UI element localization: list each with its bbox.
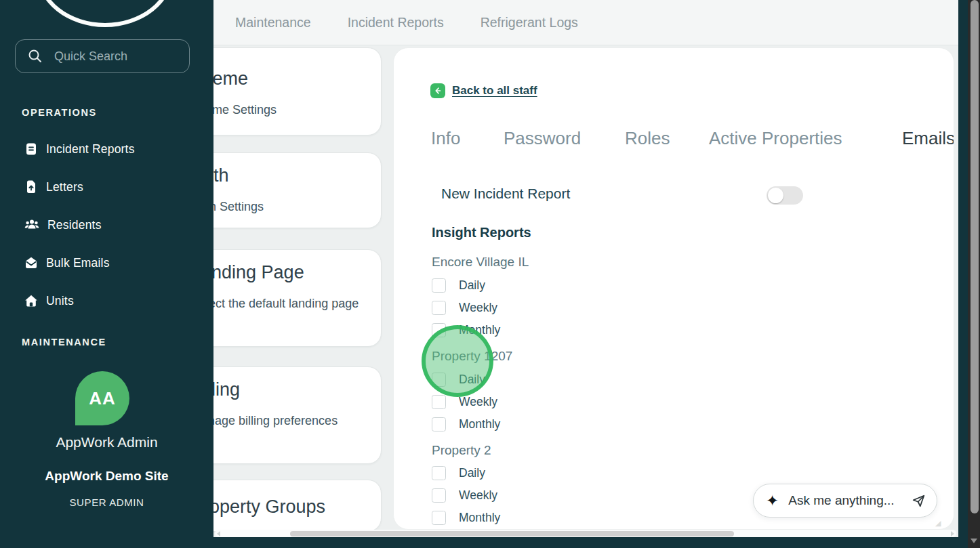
horizontal-scrollbar[interactable]	[215, 530, 956, 537]
tab-info[interactable]: Info	[431, 128, 460, 149]
sidebar-item-incident-reports[interactable]: Incident Reports	[24, 134, 135, 164]
property-group-name: Encore Village IL	[432, 255, 529, 270]
daily-checkbox[interactable]	[432, 373, 446, 387]
sparkle-icon	[766, 493, 779, 509]
weekly-checkbox[interactable]	[432, 488, 446, 503]
weekly-checkbox[interactable]	[432, 395, 446, 409]
tab-password[interactable]: Password	[504, 128, 581, 149]
ask-anything-input[interactable]	[787, 492, 912, 509]
report-option-row: Weekly	[432, 488, 497, 503]
vertical-scrollbar[interactable]	[968, 0, 980, 548]
horizontal-scrollbar-thumb[interactable]	[290, 531, 734, 536]
card-title: Billing	[213, 379, 361, 400]
monthly-checkbox[interactable]	[432, 417, 446, 431]
report-option-row: Monthly	[432, 417, 500, 431]
settings-card-auth[interactable]: Auth Auth Settings	[213, 152, 382, 228]
letter-upload-icon	[24, 180, 38, 194]
quick-search-input[interactable]	[53, 49, 171, 64]
nav-item-refrigerant-logs[interactable]: Refrigerant Logs	[481, 15, 578, 30]
option-label: Daily	[459, 278, 485, 293]
incident-report-icon	[24, 142, 38, 156]
back-arrow-icon	[430, 83, 445, 98]
app-logo	[37, 0, 173, 27]
insight-reports-heading: Insight Reports	[432, 225, 531, 240]
report-option-row: Weekly	[432, 394, 497, 409]
report-option-row: Daily	[432, 372, 485, 387]
sidebar-item-label: Incident Reports	[46, 142, 135, 156]
app-window: OPERATIONS Incident Reports Letters	[0, 0, 980, 548]
staff-detail-panel: Back to all staff Info Password Roles Ac…	[393, 47, 954, 530]
nav-item-maintenance[interactable]: Maintenance	[235, 15, 311, 30]
option-label: Weekly	[459, 395, 497, 409]
search-icon	[27, 48, 43, 64]
report-option-row: Monthly	[432, 510, 500, 525]
report-option-row: Daily	[432, 278, 485, 293]
ai-assistant-bar[interactable]	[753, 484, 937, 518]
send-icon[interactable]	[912, 494, 926, 508]
avatar-initials: AA	[89, 388, 116, 409]
scroll-left-arrow-icon[interactable]	[217, 531, 220, 536]
sidebar-item-label: Residents	[47, 218, 102, 232]
bulk-emails-icon	[24, 256, 38, 270]
sidebar-section-operations: OPERATIONS	[22, 107, 97, 118]
units-house-icon	[24, 294, 38, 308]
sidebar-item-residents[interactable]: Residents	[24, 210, 102, 240]
daily-checkbox[interactable]	[432, 466, 446, 480]
monthly-checkbox[interactable]	[432, 511, 446, 525]
top-nav: Maintenance Incident Reports Refrigerant…	[213, 0, 958, 45]
option-label: Daily	[459, 373, 485, 387]
tab-emails[interactable]: Emails	[902, 128, 954, 149]
daily-checkbox[interactable]	[432, 278, 446, 293]
new-incident-report-label: New Incident Report	[441, 186, 570, 202]
card-subtitle: Auth Settings	[213, 197, 362, 217]
option-label: Daily	[459, 466, 485, 480]
sidebar-item-label: Letters	[46, 180, 83, 194]
scroll-right-arrow-icon[interactable]	[951, 531, 954, 536]
back-link-label: Back to all staff	[452, 84, 537, 98]
back-to-all-staff-link[interactable]: Back to all staff	[430, 83, 537, 98]
settings-card-property-groups[interactable]: Property Groups	[213, 480, 382, 532]
profile-name: AppWork Admin	[0, 434, 213, 450]
sidebar-item-label: Bulk Emails	[46, 256, 110, 270]
property-group-name: Property 1207	[432, 349, 512, 364]
option-label: Monthly	[459, 511, 500, 525]
sidebar: OPERATIONS Incident Reports Letters	[0, 0, 213, 548]
resize-grip-icon	[935, 520, 941, 527]
card-title: Landing Page	[213, 262, 361, 283]
option-label: Weekly	[459, 488, 497, 503]
weekly-checkbox[interactable]	[432, 301, 446, 315]
settings-card-billing[interactable]: Billing Manage billing preferences	[213, 366, 382, 464]
card-subtitle: Manage billing preferences	[213, 411, 362, 431]
tab-active-properties[interactable]: Active Properties	[709, 128, 842, 149]
staff-tabs: Info Password Roles Active Properties Em…	[394, 128, 954, 151]
avatar[interactable]: AA	[75, 371, 129, 425]
settings-card-landing-page[interactable]: Landing Page Select the default landing …	[213, 249, 382, 347]
option-label: Monthly	[459, 323, 500, 337]
sidebar-item-bulk-emails[interactable]: Bulk Emails	[24, 248, 110, 278]
card-title: Theme	[213, 68, 361, 89]
new-incident-report-toggle[interactable]	[767, 186, 803, 205]
card-subtitle: Theme Settings	[213, 100, 362, 120]
sidebar-item-units[interactable]: Units	[24, 286, 74, 316]
toggle-knob	[768, 188, 783, 203]
tab-roles[interactable]: Roles	[625, 128, 670, 149]
role-badge: SUPER ADMIN	[0, 497, 213, 508]
quick-search-box[interactable]	[15, 39, 190, 73]
nav-item-incident-reports[interactable]: Incident Reports	[348, 15, 444, 30]
option-label: Monthly	[459, 417, 500, 431]
scroll-down-arrow-icon[interactable]	[971, 539, 977, 543]
sidebar-item-label: Units	[46, 294, 74, 308]
report-option-row: Weekly	[432, 300, 497, 315]
site-name: AppWork Demo Site	[0, 469, 213, 484]
property-group-name: Property 2	[432, 443, 491, 458]
sidebar-section-maintenance: MAINTENANCE	[22, 337, 106, 347]
report-option-row: Daily	[432, 465, 485, 480]
residents-icon	[24, 218, 39, 232]
card-subtitle: Select the default landing page	[213, 294, 362, 314]
monthly-checkbox[interactable]	[432, 323, 446, 337]
settings-card-theme[interactable]: Theme Theme Settings	[213, 47, 382, 135]
sidebar-item-letters[interactable]: Letters	[24, 172, 83, 202]
report-option-row: Monthly	[432, 322, 500, 337]
vertical-scrollbar-thumb[interactable]	[971, 0, 979, 513]
card-title: Auth	[213, 165, 361, 186]
